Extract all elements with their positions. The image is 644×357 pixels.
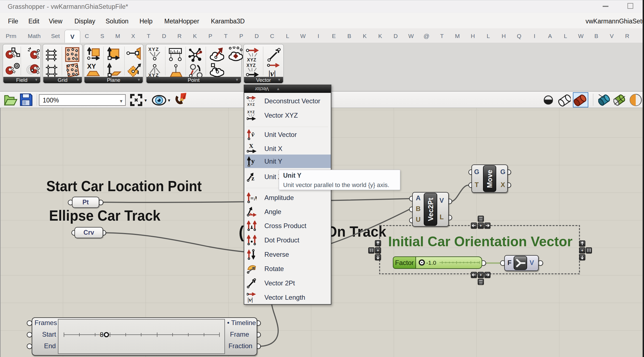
svg-text:8: 8 <box>100 331 103 338</box>
svg-text:=A: =A <box>250 195 257 202</box>
svg-text:XYZ: XYZ <box>247 103 255 106</box>
svg-text:v̂: v̂ <box>251 131 254 138</box>
svg-text:-1.0: -1.0 <box>426 259 436 266</box>
svg-text:y: y <box>251 157 255 165</box>
svg-text:z: z <box>251 175 254 182</box>
svg-text:XYZ: XYZ <box>247 58 256 62</box>
svg-text:|v|: |v| <box>248 296 253 303</box>
svg-text:X: X <box>249 144 253 149</box>
svg-text:XYZ: XYZ <box>247 110 255 114</box>
svg-text:XYZ: XYZ <box>148 47 159 52</box>
svg-text:XYZ: XYZ <box>246 63 256 68</box>
svg-text:XY: XY <box>87 63 96 70</box>
